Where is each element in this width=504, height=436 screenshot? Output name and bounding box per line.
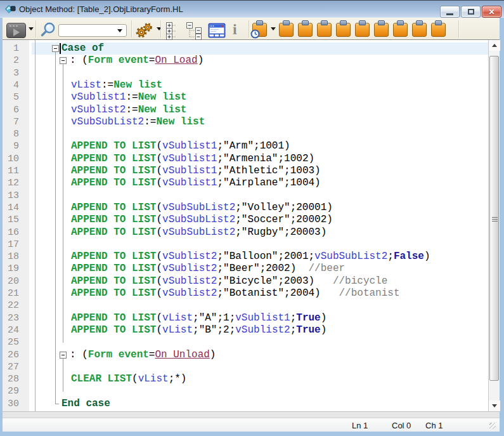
horizontal-scrollbar-track[interactable] [3, 411, 500, 418]
code-line-12[interactable]: APPEND TO LIST(vSublist1;"Airplane";1004… [3, 177, 488, 189]
resize-grip[interactable] [489, 423, 496, 429]
clipboard-dropdown-arrow-icon[interactable] [271, 27, 276, 30]
search-icon [39, 22, 56, 38]
code-token: APPEND TO LIST [71, 312, 156, 324]
clipboard-clip [397, 20, 404, 25]
code-token: : ( [70, 349, 88, 360]
close-button[interactable]: ✕ [482, 6, 501, 18]
last-clipboard-button[interactable] [252, 20, 267, 37]
code-token: New list [138, 91, 187, 103]
code-token: vSublist1 [162, 153, 217, 164]
code-line-5[interactable]: vSublist1:=New list [3, 91, 488, 103]
clipboard-3-button[interactable] [317, 20, 332, 37]
code-line-19[interactable]: APPEND TO LIST(vSublist2;"Beer";2002) //… [3, 263, 488, 275]
clipboard-clip [256, 20, 263, 25]
code-line-7[interactable]: vSubSubList2:=New list [3, 116, 488, 128]
clipboard-7-button[interactable] [393, 20, 408, 37]
run-dropdown-arrow-icon[interactable] [29, 27, 34, 30]
code-token: ) [321, 312, 327, 324]
code-token: = [149, 349, 155, 360]
clipboard-1-button[interactable] [279, 20, 294, 37]
code-line-27[interactable] [3, 361, 488, 373]
code-line-10[interactable]: APPEND TO LIST(vSublist1;"Armenia";1002) [3, 153, 488, 165]
code-line-3[interactable] [3, 67, 488, 79]
scroll-up-button[interactable] [489, 40, 500, 51]
clipboard-8-button[interactable] [412, 20, 427, 37]
arrow-up-icon [492, 44, 497, 47]
toolbar-separator [458, 20, 459, 37]
collapse-all-icon[interactable] [186, 22, 204, 40]
run-method-button[interactable] [6, 23, 26, 38]
info-icon[interactable]: i [233, 22, 237, 37]
code-line-29[interactable] [3, 385, 488, 397]
code-line-22[interactable] [3, 300, 488, 312]
code-token: APPEND TO LIST [71, 251, 156, 262]
minimize-button[interactable] [440, 6, 460, 18]
method-icon [5, 4, 16, 15]
scroll-down-button[interactable] [489, 400, 500, 411]
code-token: On Load [155, 55, 197, 66]
code-line-21[interactable]: APPEND TO LIST(vSublist2;"Botanist";2004… [3, 287, 488, 300]
code-line-24[interactable]: APPEND TO LIST(vList;"B";2;vSublist2;Tru… [3, 324, 488, 336]
vertical-scrollbar[interactable] [488, 40, 500, 411]
form-icon[interactable] [208, 23, 226, 39]
code-line-2[interactable]: : (Form event=On Load) [3, 55, 488, 67]
code-line-20[interactable]: APPEND TO LIST(vSublist2;"Bicycle";2003)… [3, 275, 488, 287]
code-token: vSublist2 [162, 275, 217, 287]
code-line-25[interactable] [3, 336, 488, 348]
code-line-6[interactable]: vSublist2:=New list [3, 104, 488, 116]
search-combobox[interactable] [58, 24, 127, 37]
code-line-17[interactable] [3, 239, 488, 251]
search-dropdown-arrow-icon[interactable] [117, 29, 122, 32]
clipboard-clip [283, 20, 290, 25]
code-token: := [101, 79, 113, 91]
code-line-9[interactable]: APPEND TO LIST(vSublist1;"Arm";1001) [3, 140, 488, 152]
code-token: vSublist2 [162, 251, 217, 262]
code-line-11[interactable]: APPEND TO LIST(vSublist1;"Athletic";1003… [3, 165, 488, 177]
code-token: On Unload [155, 349, 209, 360]
clipboard-2-button[interactable] [298, 20, 313, 37]
code-token: : ( [70, 55, 88, 66]
code-token: ;"Athletic";1003) [217, 165, 320, 176]
clipboard-4-button[interactable] [336, 20, 351, 37]
maximize-button[interactable] [461, 6, 481, 18]
code-line-26[interactable]: : (Form event=On Unload) [3, 349, 488, 361]
code-line-18[interactable]: APPEND TO LIST(vSublist2;"Balloon";2001;… [3, 251, 488, 263]
title-bar[interactable]: Object Method: [Table_2].ObjLibraryForm.… [0, 1, 504, 18]
code-line-30[interactable]: End case [3, 398, 488, 410]
code-line-13[interactable] [3, 190, 488, 202]
scrollbar-thumb[interactable] [489, 56, 499, 381]
expand-all-icon[interactable] [166, 22, 180, 40]
close-icon: ✕ [488, 8, 494, 16]
code-token: := [144, 116, 156, 128]
code-token: //beer [308, 263, 345, 274]
code-line-14[interactable]: APPEND TO LIST(vSubSubList2;"Volley";200… [3, 202, 488, 214]
code-line-16[interactable]: APPEND TO LIST(vSubSubList2;"Rugby";2000… [3, 227, 488, 239]
code-token: ) [198, 55, 204, 66]
code-token: End case [61, 398, 110, 409]
clipboard-6-button[interactable] [374, 20, 389, 37]
code-line-23[interactable]: APPEND TO LIST(vList;"A";1;vSublist1;Tru… [3, 312, 488, 324]
code-editor[interactable]: 1234567891011121314151617181920212223242… [3, 40, 488, 411]
code-line-1[interactable]: Case of [3, 43, 488, 55]
code-line-28[interactable]: CLEAR LIST(vList;*) [3, 373, 488, 385]
arrow-down-icon [492, 404, 497, 407]
code-token: ;"Beer";2002) [217, 263, 308, 274]
code-token: vSublist2 [162, 287, 217, 299]
clipboard-clip [302, 20, 309, 25]
code-line-8[interactable] [3, 128, 488, 140]
code-token: ;"Arm";1001) [217, 140, 290, 152]
clipboard-5-button[interactable] [355, 20, 370, 37]
code-token: ; [290, 324, 297, 336]
search-input[interactable] [61, 25, 115, 36]
code-token: ; [387, 251, 394, 262]
toolbar-separator [160, 20, 161, 37]
code-token: vSublist1 [162, 140, 217, 152]
clipboard-9-button[interactable] [431, 20, 446, 37]
code-token: APPEND TO LIST [71, 263, 156, 274]
code-line-15[interactable]: APPEND TO LIST(vSubSubList2;"Soccer";200… [3, 214, 488, 226]
code-token: = [149, 55, 155, 66]
macros-gears-icon[interactable] [135, 22, 154, 39]
code-line-4[interactable]: vList:=New list [3, 79, 488, 91]
code-token: ( [156, 177, 162, 188]
